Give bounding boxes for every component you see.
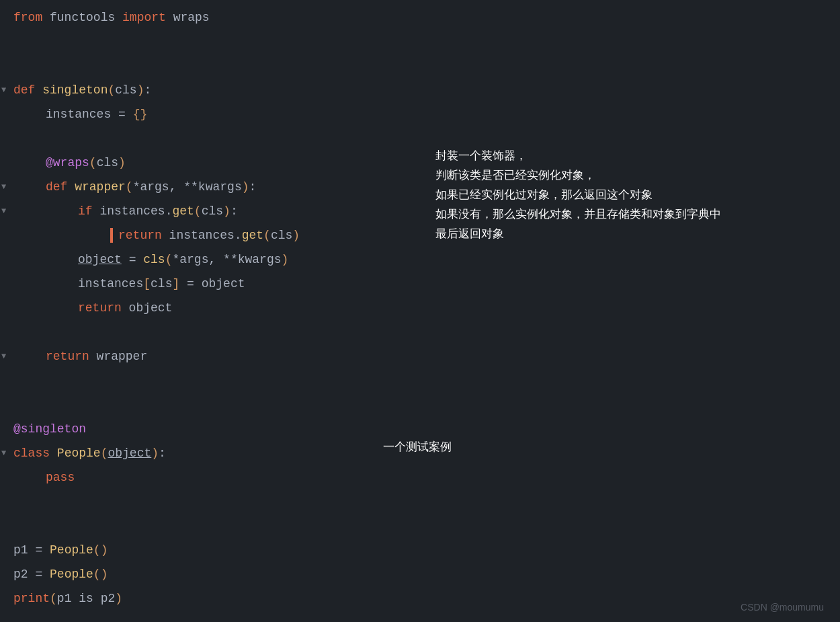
line-blank-6 xyxy=(13,393,827,417)
fold-arrow-3: ▼ xyxy=(1,199,6,223)
line-object-assign: object = cls(*args, **kwargs) xyxy=(13,247,827,272)
line-p2: p2 = People() xyxy=(13,562,827,586)
line-if: ▼ if instances.get(cls): xyxy=(13,199,827,223)
fold-arrow-1: ▼ xyxy=(1,78,6,102)
line-wraps-decorator: @wraps(cls) xyxy=(13,151,827,175)
line-instances-assign: instances[cls] = object xyxy=(13,272,827,296)
kw-import: import xyxy=(122,5,166,30)
bar-indicator xyxy=(110,228,113,243)
line-blank-5 xyxy=(13,368,827,393)
line-blank-1 xyxy=(13,30,827,54)
line-blank-4 xyxy=(13,320,827,344)
space: functools xyxy=(42,5,122,30)
line-1: from functools import wraps xyxy=(13,5,827,30)
decorator-singleton: @singleton xyxy=(13,417,86,441)
fn-singleton: singleton xyxy=(42,78,108,102)
line-singleton-decorator: @singleton xyxy=(13,417,827,441)
decorator-wraps: @wraps xyxy=(46,151,89,175)
line-blank-3 xyxy=(13,126,827,151)
line-return-wrapper: ▼ return wrapper xyxy=(13,344,827,368)
line-blank-2 xyxy=(13,54,827,78)
line-class-people: ▼ class People(object): xyxy=(13,441,827,465)
line-def-wrapper: ▼ def wrapper(*args, **kwargs): xyxy=(13,175,827,199)
line-return-object: return object xyxy=(13,296,827,320)
fold-arrow-2: ▼ xyxy=(1,175,6,199)
line-def-singleton: ▼ def singleton(cls): xyxy=(13,78,827,102)
line-blank-7 xyxy=(13,490,827,514)
line-p1: p1 = People() xyxy=(13,538,827,562)
fold-arrow-5: ▼ xyxy=(1,441,6,465)
kw-from: from xyxy=(13,5,42,30)
paren-1: ( xyxy=(108,78,115,102)
line-print: print(p1 is p2) xyxy=(13,586,827,611)
fold-arrow-4: ▼ xyxy=(1,344,6,368)
watermark: CSDN @moumumu xyxy=(741,602,824,613)
kw-def-1: def xyxy=(13,78,35,102)
line-return-get: return instances.get(cls) xyxy=(13,223,827,247)
space2: wraps xyxy=(166,5,210,30)
code-area: from functools import wraps ▼ def single… xyxy=(0,0,840,622)
line-instances: instances = {} xyxy=(13,102,827,126)
line-blank-8 xyxy=(13,514,827,538)
line-pass: pass xyxy=(13,465,827,490)
